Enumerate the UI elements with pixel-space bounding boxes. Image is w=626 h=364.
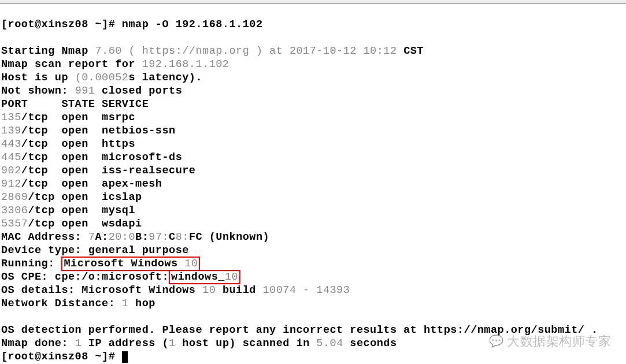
net-distance-c: hop (135, 298, 155, 310)
port-num: 2869 (1, 191, 28, 203)
net-distance-a: Network Distance: (1, 298, 122, 310)
done-f: 5.04 (316, 337, 350, 350)
shell-prompt: [root@xinsz08 ~]# (1, 18, 122, 31)
highlight-os: Microsoft Windows 10 (61, 257, 200, 271)
mac-b: 7 (88, 231, 95, 243)
mac-g: C (169, 231, 176, 243)
port-info: /tcp open iss-realsecure (21, 165, 196, 177)
command-text: nmap -O 192.168.1.102 (122, 18, 263, 31)
not-shown-a: Not shown: (1, 85, 75, 97)
port-num: 135 (1, 112, 21, 124)
port-num: 443 (1, 138, 21, 150)
port-info: /tcp open icslap (28, 191, 142, 203)
mac-h: 8: (176, 231, 189, 243)
host-up-b: (0.00052 (75, 72, 129, 84)
port-info: /tcp open https (21, 138, 135, 150)
starting-line-c: CST (403, 45, 424, 57)
done-g: seconds (350, 337, 397, 350)
port-info: /tcp open msrpc (21, 112, 135, 124)
mac-f: 97: (149, 231, 169, 243)
terminal-output: [root@xinsz08 ~]# nmap -O 192.168.1.102 … (1, 5, 625, 363)
mac-d: 20:0 (109, 231, 135, 243)
os-details-a: OS details: Microsoft Windows (1, 284, 202, 296)
os-details-d: 10074 - 14393 (263, 284, 350, 296)
port-num: 5357 (1, 218, 28, 230)
starting-line-a: Starting Nmap (1, 45, 95, 57)
done-b: 1 (75, 337, 88, 350)
port-num: 139 (1, 125, 21, 137)
port-num: 445 (1, 151, 21, 164)
not-shown-c: closed ports (102, 85, 182, 97)
host-up-c: s latency). (128, 72, 202, 84)
done-e: host up) scanned in (182, 337, 316, 350)
port-num: 902 (1, 165, 21, 177)
cpe-label: OS CPE: cpe:/o:microsoft: (1, 271, 169, 283)
mac-c: A: (95, 231, 108, 243)
starting-line-b: 7.60 ( https://nmap.org ) at 2017-10-12 … (95, 45, 403, 57)
mac-e: B: (135, 231, 149, 243)
port-info: /tcp open apex-mesh (21, 178, 162, 190)
scan-report-b: 192.168.1.102 (142, 58, 229, 70)
done-d: 1 (169, 337, 182, 350)
os-details-b: 10 (202, 284, 223, 296)
running-label: Running: (1, 258, 61, 270)
port-info: /tcp open wsdapi (28, 218, 142, 230)
footer-line: OS detection performed. Please report an… (1, 324, 598, 336)
net-distance-b: 1 (122, 298, 135, 310)
terminal-cursor[interactable] (122, 351, 128, 363)
port-table-header: PORT STATE SERVICE (1, 98, 149, 110)
done-c: IP address ( (88, 337, 169, 350)
shell-prompt[interactable]: [root@xinsz08 ~]# (1, 351, 122, 363)
device-type: Device type: general purpose (1, 244, 189, 257)
window-menubar-separator (0, 0, 626, 3)
host-up-a: Host is up (1, 72, 75, 84)
mac-i: FC (Unknown) (189, 231, 269, 243)
mac-a: MAC Address: (1, 231, 88, 243)
done-a: Nmap done: (1, 337, 75, 350)
os-details-c: build (223, 284, 263, 296)
highlight-cpe: windows_10 (169, 270, 240, 284)
port-info: /tcp open microsoft-ds (21, 151, 182, 164)
port-num: 912 (1, 178, 21, 190)
scan-report-a: Nmap scan report for (1, 58, 142, 70)
port-info: /tcp open netbios-ssn (21, 125, 176, 137)
not-shown-b: 991 (75, 85, 102, 97)
port-num: 3306 (1, 205, 28, 217)
port-info: /tcp open mysql (28, 205, 135, 217)
